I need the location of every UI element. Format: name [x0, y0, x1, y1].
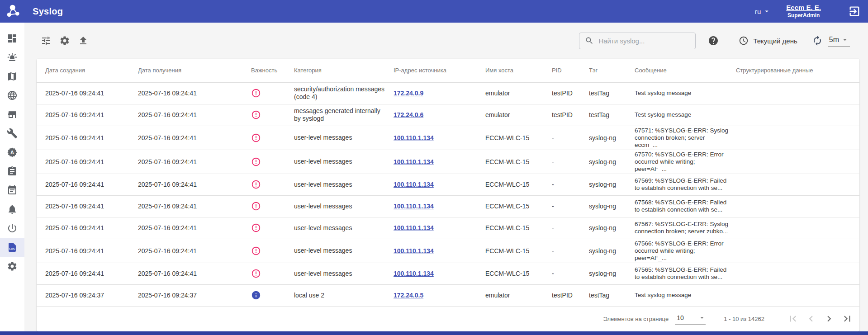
cell-message: 67565: %SYSLOG-E-ERR: Failed to establis…: [635, 263, 736, 284]
sidebar-item-autoconfig[interactable]: A: [0, 143, 24, 162]
cell-received: 2025-07-16 09:24:41: [138, 82, 251, 104]
sidebar-item-network[interactable]: [0, 86, 24, 105]
source-ip-link[interactable]: 100.110.1.134: [394, 134, 434, 142]
table-row: 2025-07-16 09:24:41 2025-07-16 09:24:41 …: [37, 263, 859, 284]
source-ip-link[interactable]: 100.110.1.134: [394, 203, 434, 210]
language-selector[interactable]: ru: [755, 7, 771, 15]
filter-button[interactable]: [41, 35, 52, 46]
source-ip-link[interactable]: 100.110.1.134: [394, 158, 434, 165]
source-ip-link[interactable]: 100.110.1.134: [394, 270, 434, 277]
gear-icon: [59, 35, 70, 46]
cell-received: 2025-07-16 09:24:41: [138, 263, 251, 284]
clock-icon: [739, 36, 749, 46]
map-icon: [7, 71, 18, 82]
cell-created: 2025-07-16 09:24:41: [37, 82, 138, 104]
sidebar: A LOG: [0, 23, 24, 331]
source-ip-link[interactable]: 100.110.1.134: [394, 224, 434, 231]
error-severity-icon: [251, 88, 261, 98]
source-ip-link[interactable]: 172.24.0.6: [394, 111, 423, 118]
sidebar-item-syslog[interactable]: LOG: [0, 238, 24, 257]
cell-structured-data: [736, 174, 859, 195]
source-ip-link[interactable]: 100.110.1.134: [394, 181, 434, 188]
cell-pid: -: [552, 126, 589, 150]
cell-created: 2025-07-16 09:24:41: [37, 104, 138, 126]
cell-severity: [251, 239, 294, 263]
cell-source-ip: 172.24.0.9: [394, 82, 485, 104]
cell-created: 2025-07-16 09:24:37: [37, 284, 138, 306]
source-ip-link[interactable]: 172.24.0.5: [394, 292, 423, 299]
user-role: SuperAdmin: [786, 12, 821, 19]
logout-button[interactable]: [848, 5, 861, 18]
last-page-button[interactable]: [841, 313, 853, 325]
syslog-table-body: 2025-07-16 09:24:41 2025-07-16 09:24:41 …: [37, 82, 859, 306]
refresh-interval-value: 5m: [829, 36, 839, 44]
column-header-source-ip: IP-адрес источника: [394, 59, 485, 82]
sidebar-item-schedule[interactable]: [0, 181, 24, 200]
sidebar-item-power[interactable]: [0, 219, 24, 238]
sidebar-item-tools[interactable]: [0, 124, 24, 143]
clipboard-icon: [7, 166, 18, 177]
syslog-table-card: Дата создания Дата получения Важность Ка…: [37, 59, 859, 331]
table-row: 2025-07-16 09:24:41 2025-07-16 09:24:41 …: [37, 239, 859, 263]
next-page-button[interactable]: [823, 313, 835, 325]
cell-tag: syslog-ng: [589, 150, 635, 174]
cell-host: emulator: [485, 104, 552, 126]
cell-severity: [251, 217, 294, 239]
cell-structured-data: [736, 150, 859, 174]
cell-message: Test syslog message: [635, 82, 736, 104]
cell-created: 2025-07-16 09:24:41: [37, 217, 138, 239]
items-per-page-select[interactable]: 10: [675, 313, 706, 325]
sidebar-item-map[interactable]: [0, 67, 24, 86]
cell-category: user-level messages: [294, 174, 394, 195]
error-severity-icon: [251, 269, 261, 278]
sidebar-item-alarms[interactable]: [0, 48, 24, 67]
search-input[interactable]: [598, 37, 690, 45]
refresh-button[interactable]: [812, 35, 823, 46]
column-header-created: Дата создания: [37, 59, 138, 82]
cell-source-ip: 100.110.1.134: [394, 263, 485, 284]
cell-message: 67567: %SYSLOG-E-ERR: Syslog connection …: [635, 217, 736, 239]
items-per-page-label: Элементов на странице: [603, 316, 669, 322]
cell-source-ip: 100.110.1.134: [394, 239, 485, 263]
table-settings-button[interactable]: [59, 35, 70, 46]
chevron-left-icon: [805, 313, 817, 325]
cell-created: 2025-07-16 09:24:41: [37, 263, 138, 284]
table-row: 2025-07-16 09:24:41 2025-07-16 09:24:41 …: [37, 126, 859, 150]
cell-source-ip: 100.110.1.134: [394, 150, 485, 174]
cell-category: local use 2: [294, 284, 394, 306]
svg-text:LOG: LOG: [9, 247, 15, 250]
cell-received: 2025-07-16 09:24:41: [138, 195, 251, 217]
column-header-category: Категория: [294, 59, 394, 82]
cell-category: security/authorization messages (code 4): [294, 82, 394, 104]
table-row: 2025-07-16 09:24:41 2025-07-16 09:24:41 …: [37, 174, 859, 195]
first-page-button[interactable]: [787, 313, 799, 325]
error-severity-icon: [251, 246, 261, 256]
source-ip-link[interactable]: 100.110.1.134: [394, 247, 434, 255]
filter-tune-icon: [41, 35, 52, 46]
page-range-label: 1 - 10 из 14262: [724, 316, 764, 322]
help-button[interactable]: [708, 35, 719, 46]
user-name-link[interactable]: Eccm E. E.: [786, 4, 821, 12]
previous-page-button[interactable]: [805, 313, 817, 325]
help-icon: [708, 35, 719, 46]
cell-pid: testPID: [552, 104, 589, 126]
source-ip-link[interactable]: 172.24.0.9: [394, 90, 423, 97]
sidebar-item-dashboard[interactable]: [0, 29, 24, 48]
cell-message: 67571: %SYSLOG-E-ERR: Syslog connection …: [635, 126, 736, 150]
sidebar-item-notifications[interactable]: [0, 200, 24, 219]
sidebar-item-settings[interactable]: [0, 257, 24, 276]
export-button[interactable]: [78, 35, 89, 46]
cell-received: 2025-07-16 09:24:41: [138, 217, 251, 239]
refresh-interval-select[interactable]: 5m: [828, 35, 850, 47]
sidebar-item-tasks[interactable]: [0, 162, 24, 181]
table-row: 2025-07-16 09:24:41 2025-07-16 09:24:41 …: [37, 104, 859, 126]
cell-source-ip: 172.24.0.6: [394, 104, 485, 126]
period-button[interactable]: Текущий день: [739, 36, 797, 46]
dashboard-icon: [7, 33, 18, 44]
cell-tag: testTag: [589, 284, 635, 306]
upload-icon: [78, 35, 89, 46]
cell-tag: syslog-ng: [589, 239, 635, 263]
sidebar-item-inventory[interactable]: [0, 105, 24, 124]
error-severity-icon: [251, 223, 261, 233]
cell-message: 67568: %SYSLOG-E-ERR: Failed to establis…: [635, 195, 736, 217]
